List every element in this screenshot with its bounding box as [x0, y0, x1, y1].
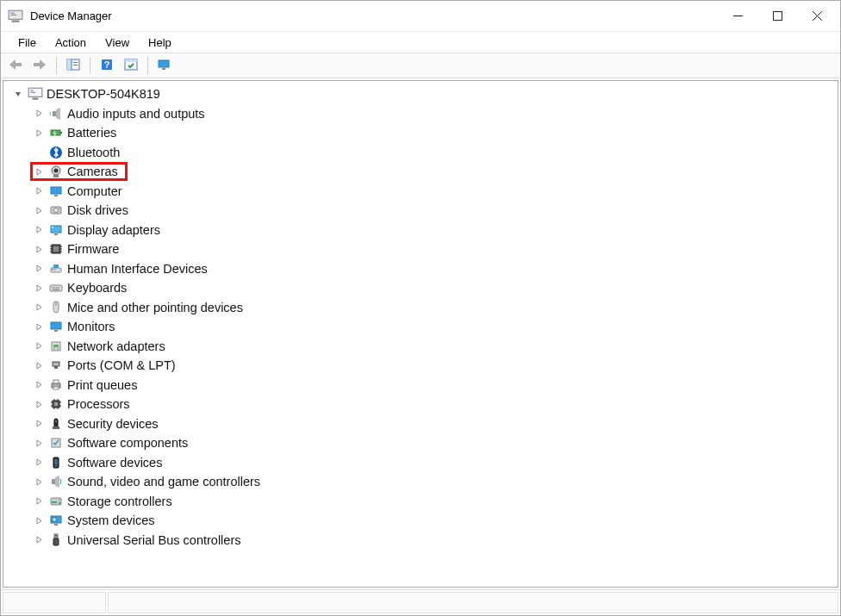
highlight-annotation: Cameras — [30, 162, 128, 181]
toolbar-help-button[interactable]: ? — [96, 55, 118, 76]
toolbar-back-button[interactable] — [4, 55, 27, 76]
chevron-right-icon[interactable] — [33, 495, 45, 507]
camera-icon — [48, 164, 64, 179]
chevron-right-icon[interactable] — [33, 263, 45, 275]
toolbar-show-hide-button[interactable] — [62, 55, 84, 76]
toolbar-scan-button[interactable] — [120, 55, 142, 76]
chevron-right-icon[interactable] — [33, 185, 45, 197]
bluetooth-icon — [48, 145, 64, 160]
tree-category-node[interactable]: Firmware — [29, 240, 838, 259]
chevron-right-icon[interactable] — [33, 359, 45, 371]
battery-icon — [48, 125, 64, 140]
tree-category-node[interactable]: Processors — [29, 395, 838, 414]
tree-category-node[interactable]: Network adapters — [29, 337, 838, 357]
usb-icon — [48, 532, 64, 548]
chevron-right-icon[interactable] — [33, 146, 45, 159]
svg-rect-17 — [159, 60, 169, 67]
tree-category-label: Security devices — [67, 417, 159, 431]
menu-help[interactable]: Help — [140, 34, 180, 51]
menu-file[interactable]: File — [9, 34, 45, 51]
menu-view[interactable]: View — [97, 34, 138, 51]
tree-category-label: Keyboards — [67, 281, 127, 295]
tree-category-node[interactable]: Ports (COM & LPT) — [29, 356, 838, 376]
hid-icon — [48, 261, 64, 277]
tree-category-node[interactable]: Print queues — [29, 376, 838, 395]
chevron-right-icon[interactable] — [33, 418, 45, 430]
chevron-right-icon[interactable] — [33, 282, 45, 294]
maximize-button[interactable] — [757, 3, 797, 30]
chevron-down-icon[interactable] — [12, 88, 24, 100]
toolbar-forward-button[interactable] — [28, 55, 51, 76]
svg-rect-18 — [162, 68, 165, 70]
titlebar: Device Manager — [1, 1, 840, 32]
tree-root-node[interactable]: DESKTOP-504K819 — [9, 84, 838, 104]
tree-category-node[interactable]: Computer — [29, 182, 838, 202]
tree-category-label: Disk drives — [67, 203, 128, 217]
tree-category-label: Monitors — [67, 320, 115, 333]
tree-category-label: Batteries — [67, 126, 116, 140]
chevron-right-icon[interactable] — [33, 437, 45, 449]
tree-category-node[interactable]: Keyboards — [29, 278, 838, 298]
chevron-right-icon[interactable] — [33, 379, 45, 391]
tree-root-label: DESKTOP-504K819 — [47, 87, 160, 101]
tree-category-label: Audio inputs and outputs — [67, 107, 205, 121]
tree-category-node[interactable]: Display adapters — [29, 221, 838, 240]
tree-content[interactable]: DESKTOP-504K819 Audio inputs and outputs… — [3, 80, 838, 588]
tree-category-label: Software devices — [67, 456, 162, 470]
tree-category-node[interactable]: Audio inputs and outputs — [29, 104, 838, 124]
minimize-button[interactable] — [718, 3, 757, 30]
chevron-right-icon[interactable] — [33, 204, 45, 216]
tree-category-node[interactable]: Universal Serial Bus controllers — [29, 531, 838, 551]
tree-category-node[interactable]: System devices — [29, 511, 838, 531]
toolbar: ? — [1, 53, 840, 78]
swdev-icon — [48, 455, 64, 470]
chevron-right-icon[interactable] — [33, 534, 45, 546]
svg-rect-22 — [30, 92, 35, 93]
sound-icon — [48, 474, 64, 489]
chevron-right-icon[interactable] — [33, 514, 45, 526]
arrow-left-icon — [9, 59, 22, 73]
close-button[interactable] — [797, 3, 837, 30]
monitor2-icon — [48, 319, 64, 334]
chevron-right-icon[interactable] — [33, 340, 45, 352]
tree-category-label: Processors — [67, 397, 130, 411]
tree-category-node[interactable]: Bluetooth — [29, 143, 838, 163]
chevron-right-icon[interactable] — [33, 127, 45, 139]
chevron-right-icon[interactable] — [33, 108, 45, 120]
printer-icon — [48, 377, 64, 393]
tree-category-node[interactable]: Storage controllers — [29, 492, 838, 512]
tree-category-node[interactable]: Cameras — [29, 162, 838, 182]
chevron-right-icon[interactable] — [33, 457, 45, 469]
tree-category-node[interactable]: Disk drives — [29, 201, 838, 221]
monitor-icon — [48, 184, 64, 199]
tree-category-label: Firmware — [67, 242, 119, 256]
svg-rect-20 — [33, 98, 39, 100]
chevron-right-icon[interactable] — [33, 302, 45, 314]
tree-category-node[interactable]: Software components — [29, 433, 838, 453]
menu-action[interactable]: Action — [47, 34, 95, 51]
app-icon — [8, 9, 23, 24]
svg-rect-9 — [67, 59, 72, 70]
chevron-right-icon[interactable] — [33, 224, 45, 236]
tree-category-node[interactable]: Security devices — [29, 414, 838, 434]
chevron-right-icon[interactable] — [33, 165, 45, 177]
tree-category-node[interactable]: Batteries — [29, 123, 838, 143]
toolbar-devices-button[interactable] — [153, 55, 176, 76]
svg-rect-5 — [773, 12, 782, 21]
tree-category-label: Human Interface Devices — [67, 262, 208, 276]
tree-category-node[interactable]: Human Interface Devices — [29, 259, 838, 279]
chevron-right-icon[interactable] — [33, 320, 45, 333]
swcomp-icon — [48, 435, 64, 451]
tree-category-node[interactable]: Sound, video and game controllers — [29, 472, 838, 492]
chevron-right-icon[interactable] — [33, 243, 45, 255]
audio-icon — [48, 106, 64, 121]
tree-category-node[interactable]: Monitors — [29, 317, 838, 337]
svg-rect-2 — [10, 12, 15, 13]
chevron-right-icon[interactable] — [33, 476, 45, 488]
ports-icon — [48, 358, 64, 373]
chevron-right-icon[interactable] — [33, 398, 45, 410]
tree-category-node[interactable]: Mice and other pointing devices — [29, 298, 838, 318]
scan-hardware-icon — [124, 59, 138, 73]
toolbar-separator — [56, 57, 57, 74]
tree-category-node[interactable]: Software devices — [29, 453, 838, 473]
